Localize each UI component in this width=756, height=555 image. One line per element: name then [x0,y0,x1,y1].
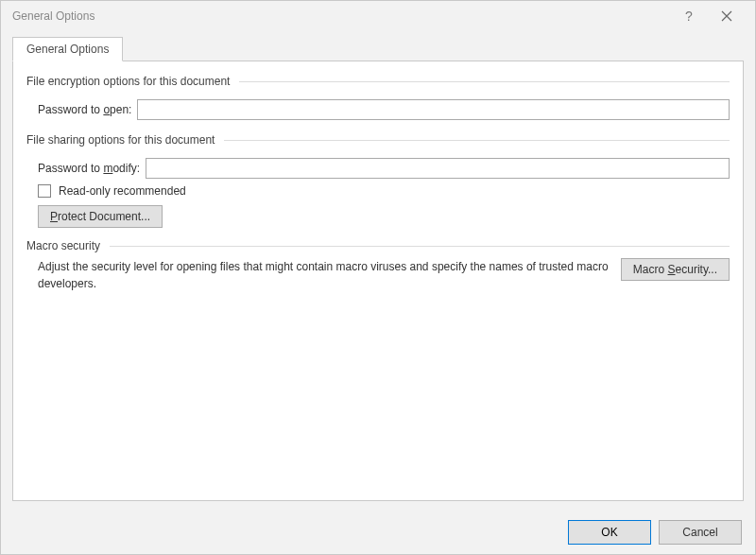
password-modify-label: Password to modify: [38,162,140,175]
close-icon [721,10,732,22]
protect-document-button[interactable]: Protect Document... [38,205,163,228]
ok-button[interactable]: OK [568,520,651,545]
password-open-input[interactable] [137,99,730,120]
section-sharing-title: File sharing options for this document [26,133,730,147]
dialog-window: General Options ? General Options File e… [0,0,756,555]
section-macro-title-text: Macro security [26,239,100,252]
tab-pane: File encryption options for this documen… [12,61,744,501]
bottom-bar: OK Cancel [1,511,755,554]
password-open-row: Password to open: [38,99,730,120]
password-modify-input[interactable] [146,158,730,179]
section-macro-title: Macro security [26,239,730,252]
tab-general-options[interactable]: General Options [12,37,123,61]
section-sharing-title-text: File sharing options for this document [26,133,215,147]
window-title: General Options [12,9,672,23]
client-area: General Options File encryption options … [1,31,755,511]
tabbar: General Options [12,37,744,61]
password-open-label: Password to open: [38,103,131,116]
cancel-button[interactable]: Cancel [659,520,742,545]
section-encryption-title: File encryption options for this documen… [26,75,730,88]
help-button[interactable]: ? [672,2,706,30]
close-button[interactable] [706,2,747,30]
section-encryption-title-text: File encryption options for this documen… [26,75,230,88]
readonly-label: Read-only recommended [59,184,186,198]
section-sharing-body: Password to modify: Read-only recommende… [26,150,730,239]
section-encryption-body: Password to open: [26,92,730,133]
readonly-checkbox[interactable] [38,184,51,198]
protect-row: Protect Document... [38,205,730,228]
macro-desc: Adjust the security level for opening fi… [38,258,613,292]
password-modify-row: Password to modify: [38,158,730,179]
macro-security-button[interactable]: Macro Security... [621,258,730,281]
readonly-row: Read-only recommended [38,184,730,198]
macro-row: Adjust the security level for opening fi… [26,258,730,292]
titlebar: General Options ? [1,1,755,31]
